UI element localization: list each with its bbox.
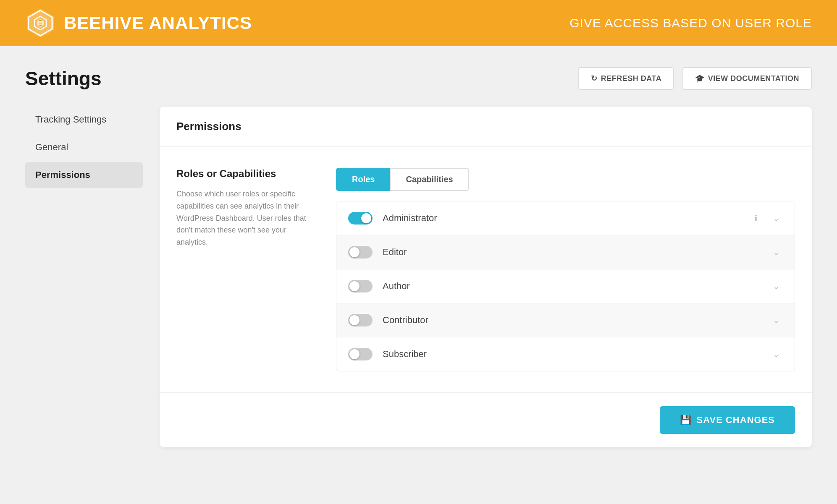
docs-icon: 🎓 bbox=[695, 74, 705, 83]
role-item-editor: Editor ⌄ bbox=[336, 235, 795, 269]
panel-body: Roles or Capabilities Choose which user … bbox=[160, 147, 812, 392]
role-actions-contributor: ⌄ bbox=[769, 313, 783, 327]
chevron-down-icon-contributor[interactable]: ⌄ bbox=[769, 313, 783, 327]
roles-list: Administrator ℹ ⌄ bbox=[336, 201, 795, 371]
panel-header: Permissions bbox=[160, 107, 812, 147]
role-name-author: Author bbox=[383, 281, 769, 292]
content-panel: Permissions Roles or Capabilities Choose… bbox=[160, 107, 812, 447]
panel-footer: 💾 SAVE CHANGES bbox=[160, 392, 812, 447]
chevron-down-icon-author[interactable]: ⌄ bbox=[769, 279, 783, 293]
toggle-subscriber[interactable] bbox=[348, 348, 373, 360]
role-actions-editor: ⌄ bbox=[769, 245, 783, 259]
toggle-thumb-subscriber bbox=[349, 349, 359, 359]
toggle-thumb-contributor bbox=[349, 315, 359, 325]
sidebar-item-permissions[interactable]: Permissions bbox=[25, 162, 143, 188]
sidebar-item-tracking-settings[interactable]: Tracking Settings bbox=[25, 107, 143, 133]
save-icon: 💾 bbox=[680, 415, 692, 426]
roles-content: Roles Capabilities bbox=[336, 168, 795, 371]
page-title: Settings bbox=[25, 67, 101, 90]
tab-capabilities[interactable]: Capabilities bbox=[390, 168, 469, 191]
chevron-down-icon-subscriber[interactable]: ⌄ bbox=[769, 347, 783, 361]
toggle-track-author[interactable] bbox=[348, 280, 373, 292]
tab-roles[interactable]: Roles bbox=[336, 168, 390, 191]
save-changes-button[interactable]: 💾 SAVE CHANGES bbox=[660, 406, 795, 434]
toggle-track-administrator[interactable] bbox=[348, 212, 373, 225]
role-actions-author: ⌄ bbox=[769, 279, 783, 293]
toggle-thumb-administrator bbox=[361, 213, 371, 223]
refresh-data-button[interactable]: ↻ REFRESH DATA bbox=[578, 67, 674, 90]
header-buttons: ↻ REFRESH DATA 🎓 VIEW DOCUMENTATION bbox=[578, 67, 812, 90]
role-name-editor: Editor bbox=[383, 247, 769, 258]
toggle-track-subscriber[interactable] bbox=[348, 348, 373, 360]
main-container: Settings ↻ REFRESH DATA 🎓 VIEW DOCUMENTA… bbox=[0, 46, 837, 468]
panel-title: Permissions bbox=[176, 120, 241, 133]
roles-description: Roles or Capabilities Choose which user … bbox=[176, 168, 311, 371]
toggle-editor[interactable] bbox=[348, 246, 373, 259]
role-item-subscriber: Subscriber ⌄ bbox=[336, 337, 795, 371]
tab-bar: Roles Capabilities bbox=[336, 168, 795, 191]
refresh-icon: ↻ bbox=[591, 74, 598, 83]
app-header: BEEHIVE ANALYTICS GIVE ACCESS BASED ON U… bbox=[0, 0, 837, 46]
role-item-administrator: Administrator ℹ ⌄ bbox=[336, 201, 795, 235]
toggle-administrator[interactable] bbox=[348, 212, 373, 225]
content-layout: Tracking Settings General Permissions Pe… bbox=[25, 107, 812, 447]
role-name-subscriber: Subscriber bbox=[383, 349, 769, 360]
sidebar: Tracking Settings General Permissions bbox=[25, 107, 160, 447]
role-item-contributor: Contributor ⌄ bbox=[336, 303, 795, 337]
brand-area: BEEHIVE ANALYTICS bbox=[25, 8, 252, 38]
role-actions-subscriber: ⌄ bbox=[769, 347, 783, 361]
page-title-row: Settings ↻ REFRESH DATA 🎓 VIEW DOCUMENTA… bbox=[25, 67, 812, 90]
toggle-thumb-author bbox=[349, 281, 359, 291]
sidebar-item-general[interactable]: General bbox=[25, 134, 143, 160]
view-documentation-button[interactable]: 🎓 VIEW DOCUMENTATION bbox=[682, 67, 812, 90]
toggle-author[interactable] bbox=[348, 280, 373, 292]
info-icon-administrator[interactable]: ℹ bbox=[749, 212, 763, 225]
brand-name: BEEHIVE ANALYTICS bbox=[64, 13, 252, 33]
roles-section: Roles or Capabilities Choose which user … bbox=[176, 168, 795, 371]
role-actions-administrator: ℹ ⌄ bbox=[749, 212, 783, 225]
section-title: Roles or Capabilities bbox=[176, 168, 311, 180]
beehive-logo-icon bbox=[25, 8, 55, 38]
toggle-contributor[interactable] bbox=[348, 314, 373, 326]
toggle-track-contributor[interactable] bbox=[348, 314, 373, 326]
role-item-author: Author ⌄ bbox=[336, 269, 795, 303]
chevron-down-icon-administrator[interactable]: ⌄ bbox=[769, 212, 783, 225]
role-name-contributor: Contributor bbox=[383, 315, 769, 326]
section-description: Choose which user roles or specific capa… bbox=[176, 188, 311, 248]
chevron-down-icon-editor[interactable]: ⌄ bbox=[769, 245, 783, 259]
header-tagline: GIVE ACCESS BASED ON USER ROLE bbox=[569, 16, 812, 30]
toggle-track-editor[interactable] bbox=[348, 246, 373, 259]
role-name-administrator: Administrator bbox=[383, 213, 749, 224]
toggle-thumb-editor bbox=[349, 247, 359, 257]
